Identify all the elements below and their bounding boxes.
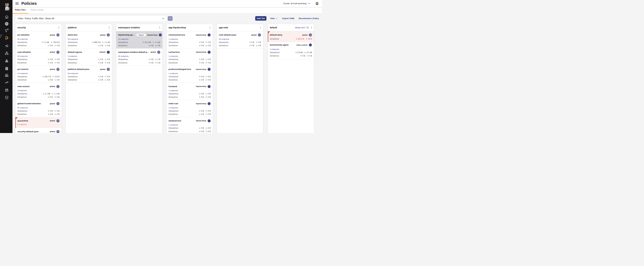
svg-text:ns: ns	[209, 104, 210, 105]
svg-text:ns: ns	[209, 53, 210, 53]
svg-text:ns: ns	[160, 36, 161, 36]
svg-text:ns: ns	[310, 46, 311, 46]
svg-text:ns: ns	[108, 53, 109, 53]
svg-text:ns: ns	[209, 70, 210, 70]
svg-text:ns: ns	[209, 87, 210, 88]
svg-text:ns: ns	[209, 36, 210, 36]
svg-text:ns: ns	[209, 121, 210, 122]
